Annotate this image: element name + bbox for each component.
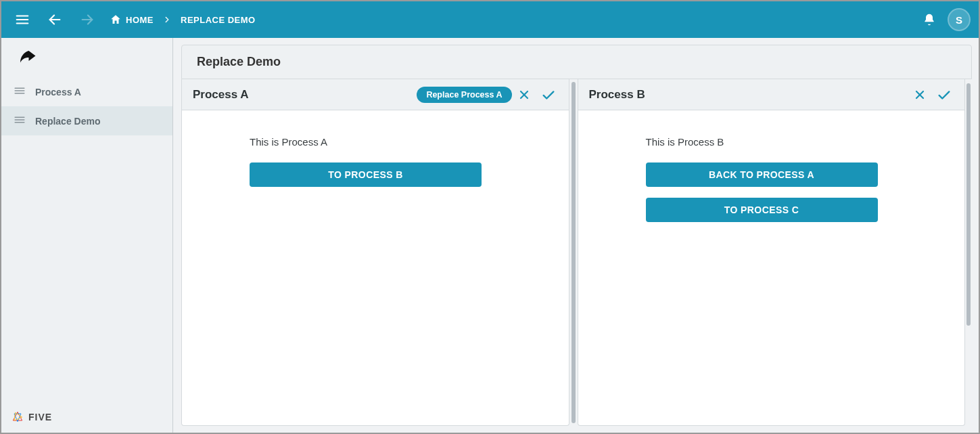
to-process-c-button[interactable]: TO PROCESS C xyxy=(646,198,878,222)
sidebar-item-replace-demo[interactable]: Replace Demo xyxy=(1,106,172,135)
sidebar: Process A Replace Demo FIVE xyxy=(1,38,173,433)
panel-process-b: Process B This is Process B BACK TO PROC… xyxy=(578,79,966,426)
main: Process A Replace Demo FIVE Replace Demo xyxy=(1,38,979,433)
home-icon xyxy=(110,14,122,26)
topbar-left: HOME REPLACE DEMO xyxy=(9,7,256,32)
back-to-process-a-button[interactable]: BACK TO PROCESS A xyxy=(646,162,878,187)
topbar-right: S xyxy=(916,7,971,32)
sidebar-item-label: Replace Demo xyxy=(35,116,100,127)
back-icon[interactable] xyxy=(42,7,68,32)
sidebar-item-process-a[interactable]: Process A xyxy=(1,77,172,106)
forward-icon xyxy=(74,7,100,32)
share-arrow-icon xyxy=(14,47,41,68)
replace-chip[interactable]: Replace Process A xyxy=(417,87,511,103)
sidebar-list: Process A Replace Demo xyxy=(1,77,172,402)
panel-title: Process B xyxy=(589,88,645,102)
panel-process-a: Process A Replace Process A This is Proc… xyxy=(181,79,569,426)
brand-icon xyxy=(11,410,24,424)
breadcrumb-current-label: REPLACE DEMO xyxy=(181,15,256,25)
hamburger-icon[interactable] xyxy=(9,7,35,32)
drag-handle-icon xyxy=(14,85,26,99)
content-area: Replace Demo Process A Replace Process A… xyxy=(173,38,979,433)
avatar[interactable]: S xyxy=(948,8,971,31)
to-process-b-button[interactable]: TO PROCESS B xyxy=(250,162,482,187)
brand-label: FIVE xyxy=(28,412,52,422)
sidebar-item-label: Process A xyxy=(35,87,81,97)
panel-body: This is Process B BACK TO PROCESS A TO P… xyxy=(578,110,965,425)
page-title: Replace Demo xyxy=(181,45,972,79)
panel-header: Process B xyxy=(578,79,965,110)
panel-body: This is Process A TO PROCESS B xyxy=(182,110,569,425)
brand-logo: FIVE xyxy=(11,410,52,424)
sidebar-footer: FIVE xyxy=(1,402,172,433)
chevron-right-icon xyxy=(159,15,175,24)
check-icon[interactable] xyxy=(536,83,561,107)
top-bar: HOME REPLACE DEMO S xyxy=(1,1,979,38)
breadcrumb-home[interactable]: HOME xyxy=(110,14,154,26)
close-icon[interactable] xyxy=(512,83,536,107)
panel-description: This is Process B xyxy=(646,136,954,148)
breadcrumb-home-label: HOME xyxy=(126,15,154,25)
panel-divider[interactable] xyxy=(569,79,578,426)
panel-description: This is Process A xyxy=(250,136,558,148)
panels-row: Process A Replace Process A This is Proc… xyxy=(181,79,972,426)
panel-title: Process A xyxy=(193,88,249,102)
check-icon[interactable] xyxy=(932,83,956,107)
scrollbar[interactable] xyxy=(965,79,972,426)
breadcrumb: HOME REPLACE DEMO xyxy=(110,14,256,26)
close-icon[interactable] xyxy=(908,83,932,107)
breadcrumb-current[interactable]: REPLACE DEMO xyxy=(181,15,256,25)
avatar-initial: S xyxy=(956,14,962,26)
panel-header: Process A Replace Process A xyxy=(182,79,569,110)
drag-handle-icon xyxy=(14,114,26,128)
bell-icon[interactable] xyxy=(916,7,942,32)
sidebar-logo xyxy=(1,38,172,77)
